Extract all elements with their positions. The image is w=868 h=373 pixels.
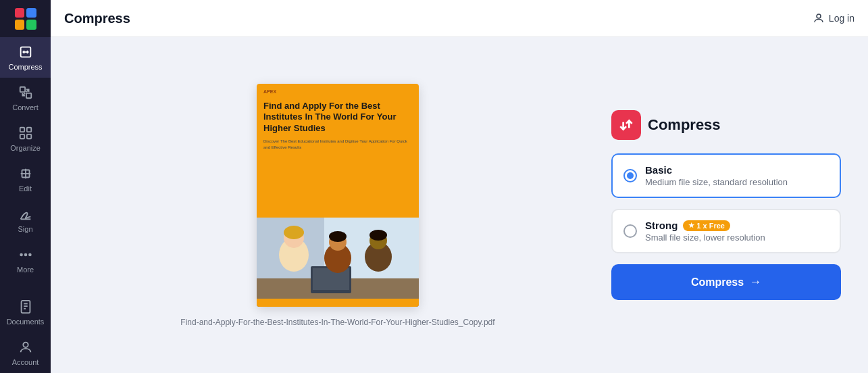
radio-basic-inner: [627, 172, 634, 179]
option-strong[interactable]: Strong ★ 1 x Free Small file size, lower…: [611, 209, 841, 253]
sidebar-label-compress: Compress: [8, 63, 42, 71]
svg-rect-3: [26, 93, 30, 98]
svg-point-12: [20, 254, 22, 256]
sidebar-label-documents: Documents: [7, 318, 45, 326]
radio-basic: [623, 169, 637, 182]
option-basic-name: Basic: [645, 164, 829, 176]
logo-yellow: [15, 20, 25, 30]
main-content: APEX Find and Apply For the Best Institu…: [51, 37, 868, 373]
sidebar-item-edit[interactable]: Edit: [0, 159, 51, 199]
people-illustration: [257, 218, 419, 307]
sidebar-label-more: More: [17, 266, 34, 274]
sign-icon: [18, 206, 34, 222]
arrow-right-icon: →: [749, 275, 761, 289]
pdf-preview-area: APEX Find and Apply For the Best Institu…: [78, 84, 598, 327]
pdf-photo-area: [257, 218, 419, 307]
svg-point-19: [23, 343, 28, 347]
sidebar-item-account[interactable]: Account: [0, 332, 51, 373]
edit-icon: [18, 166, 34, 182]
compress-panel: Compress Basic Medium file size, standar…: [598, 110, 841, 300]
svg-rect-6: [20, 134, 24, 139]
svg-point-20: [817, 14, 821, 18]
svg-point-32: [284, 226, 304, 239]
pdf-desc: Discover The Best Educational Institutes…: [263, 139, 412, 150]
option-basic-desc: Medium file size, standard resolution: [645, 177, 829, 187]
sidebar-label-account: Account: [12, 358, 39, 366]
user-icon: [813, 12, 825, 24]
sidebar-item-more[interactable]: More: [0, 240, 51, 280]
option-basic-text: Basic Medium file size, standard resolut…: [645, 164, 829, 187]
free-badge: ★ 1 x Free: [683, 220, 730, 231]
organize-icon: [18, 125, 34, 141]
sidebar: Compress Convert Organize: [0, 0, 51, 373]
sidebar-label-edit: Edit: [19, 184, 32, 193]
svg-point-13: [24, 254, 26, 256]
pdf-cover-header: APEX Find and Apply For the Best Institu…: [257, 84, 419, 218]
star-icon: ★: [688, 222, 694, 229]
svg-rect-4: [20, 128, 24, 132]
pdf-filename: Find-and-Apply-For-the-Best-Institutes-I…: [180, 318, 494, 327]
compress-icon: [18, 44, 34, 60]
svg-rect-5: [26, 128, 30, 132]
logo-green: [26, 20, 36, 30]
svg-point-33: [329, 231, 347, 242]
svg-point-14: [29, 254, 31, 256]
account-icon: [18, 339, 34, 355]
header: Compress Log in: [51, 0, 868, 37]
sidebar-item-documents[interactable]: Documents: [0, 292, 51, 332]
pdf-title: Find and Apply For the Best Institutes I…: [263, 101, 412, 135]
sidebar-label-organize: Organize: [10, 144, 41, 152]
page-title: Compress: [64, 11, 130, 26]
pdf-thumbnail: APEX Find and Apply For the Best Institu…: [257, 84, 419, 307]
svg-rect-7: [26, 134, 30, 139]
compress-button-label: Compress: [691, 276, 744, 289]
sidebar-bottom: Documents Account: [0, 292, 51, 373]
compress-button[interactable]: Compress →: [611, 264, 841, 300]
documents-icon: [18, 299, 34, 315]
compress-icon-box: [611, 110, 641, 140]
compress-panel-title: Compress: [648, 116, 721, 134]
option-strong-name: Strong ★ 1 x Free: [645, 220, 829, 231]
sidebar-label-sign: Sign: [18, 225, 32, 233]
login-button[interactable]: Log in: [813, 12, 854, 24]
sidebar-item-sign[interactable]: Sign: [0, 199, 51, 240]
svg-rect-25: [313, 268, 349, 290]
option-strong-desc: Small file size, lower resolution: [645, 232, 829, 243]
login-label: Log in: [829, 13, 854, 24]
pdf-brand: APEX: [263, 89, 412, 94]
option-basic[interactable]: Basic Medium file size, standard resolut…: [611, 153, 841, 198]
radio-strong: [623, 224, 637, 238]
compress-panel-icon: [617, 116, 635, 134]
sidebar-item-convert[interactable]: Convert: [0, 78, 51, 118]
orange-footer: [257, 299, 419, 307]
sidebar-label-convert: Convert: [12, 103, 39, 111]
compress-panel-header: Compress: [611, 110, 841, 140]
logo-blue: [26, 8, 36, 18]
more-icon: [18, 247, 34, 263]
svg-point-34: [369, 230, 387, 241]
sidebar-item-compress[interactable]: Compress: [0, 37, 51, 78]
sidebar-item-organize[interactable]: Organize: [0, 118, 51, 159]
svg-rect-2: [20, 87, 24, 92]
logo-red: [15, 8, 25, 18]
app-logo[interactable]: [0, 0, 51, 37]
option-strong-text: Strong ★ 1 x Free Small file size, lower…: [645, 220, 829, 243]
convert-icon: [18, 84, 34, 101]
